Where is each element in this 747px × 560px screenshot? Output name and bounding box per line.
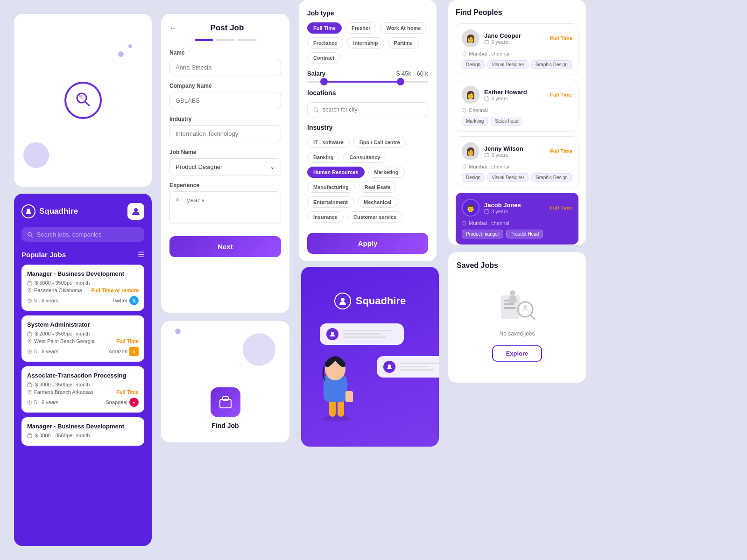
job-card-3[interactable]: Associate-Transaction Processing $ 3000 … — [21, 366, 144, 413]
search-logo-icon — [64, 82, 102, 119]
squadhire-app-panel: Squadhire Popular Jobs ☰ Manager - Busin… — [14, 194, 152, 546]
svg-rect-39 — [485, 154, 489, 157]
back-button[interactable]: ← — [169, 24, 177, 32]
job-card-2[interactable]: System Administrator $ 2000 - 3500per mo… — [21, 315, 144, 362]
deco-circle-1 — [118, 51, 124, 57]
progress-step-2 — [216, 39, 235, 41]
job-card-4[interactable]: Manager - Business Development $ 3000 - … — [21, 417, 144, 446]
find-peoples-title: Find Peoples — [456, 8, 578, 17]
svg-rect-46 — [509, 296, 516, 303]
job-card-3-location: Farmers Branch Arkansas — [34, 389, 93, 395]
tag-design-jenny: Design — [462, 173, 485, 182]
job-card-1-type: Full Time or remote — [91, 287, 139, 293]
post-job-header: ← Post Job — [169, 23, 281, 33]
tag-consultancy[interactable]: Consultancy — [343, 152, 386, 163]
svg-point-5 — [134, 208, 138, 212]
tag-mechanical[interactable]: Mechanical — [358, 196, 397, 208]
job-card-1-years: 5 - 6 years — [27, 298, 58, 303]
tag-fresher[interactable]: Fresher — [345, 22, 376, 34]
tag-human-resources[interactable]: Human Resources — [307, 167, 365, 178]
find-peoples-panel: Find Peoples 👩 Jane Cooper 3 years Full … — [448, 0, 586, 245]
tag-partime[interactable]: Partime — [388, 37, 419, 49]
job-card-2-title: System Administrator — [27, 321, 139, 328]
industry-input[interactable] — [169, 125, 281, 142]
chat-avatar-1 — [326, 328, 338, 340]
salary-section: Salary $ 45k - 60 k — [307, 70, 428, 83]
tag-internship[interactable]: Internship — [347, 37, 384, 49]
find-job-panel: Find Job — [161, 321, 289, 442]
tag-sales-head: Sales head — [491, 117, 522, 126]
name-input[interactable] — [169, 59, 281, 76]
squadhire-logo: Squadhire — [21, 204, 78, 218]
progress-step-3 — [238, 39, 256, 41]
experience-textarea[interactable] — [169, 191, 281, 224]
tag-banking[interactable]: Banking — [307, 152, 339, 163]
tag-contract[interactable]: Contract — [307, 52, 340, 63]
company-label: Company Name — [169, 83, 281, 89]
people-card-jenny[interactable]: 👩 Jenny Wilson 3 years Full Time Mumbai … — [456, 136, 578, 188]
people-card-jacob[interactable]: 👨 Jacob Jones 3 years Full Time Mumbai ,… — [456, 193, 578, 245]
job-card-1-title: Manager - Business Development — [27, 270, 139, 277]
job-filter-panel: Job type Full Time Fresher Work At home … — [299, 0, 437, 261]
job-card-3-type: Full Time — [116, 389, 139, 395]
filter-icon[interactable]: ☰ — [138, 250, 144, 259]
banner-logo: Squadhire — [334, 293, 406, 309]
chat-line-1 — [343, 330, 392, 331]
svg-line-1 — [85, 101, 89, 105]
job-card-2-years: 5 - 6 years — [27, 349, 58, 354]
company-input[interactable] — [169, 92, 281, 109]
job-name-select[interactable]: Product Designer ⌄ — [169, 158, 281, 175]
tag-real-estate[interactable]: Real Esate — [359, 182, 397, 193]
tag-freelance[interactable]: Freelance — [307, 37, 343, 49]
tag-work-at-home[interactable]: Work At home — [380, 22, 427, 34]
chat-line-3 — [343, 336, 387, 338]
slider-thumb-left[interactable] — [320, 78, 328, 85]
explore-button[interactable]: Explore — [492, 345, 543, 362]
no-saved-illustration: No saved jobs Explore — [492, 276, 543, 373]
banner-illustration — [301, 319, 439, 421]
svg-point-49 — [523, 305, 527, 309]
saved-jobs-panel: Saved Jobs No saved jobs Explore — [448, 252, 586, 383]
people-card-esther[interactable]: 👩 Esther Howard 3 years Full Time Chenna… — [456, 80, 578, 132]
squadhire-search-bar[interactable] — [21, 227, 144, 242]
chat-line-6 — [400, 369, 434, 371]
job-card-4-title: Manager - Business Development — [27, 423, 139, 430]
tag-entertainment[interactable]: Entertainment — [307, 196, 354, 208]
find-job-label: Find Job — [211, 422, 239, 429]
tag-marketing[interactable]: Marketing — [368, 167, 405, 178]
chat-bubble-1 — [320, 323, 404, 345]
apply-button[interactable]: Apply — [307, 233, 428, 254]
no-saved-svg — [496, 288, 538, 326]
tag-it-software[interactable]: IT - software — [307, 137, 350, 148]
tag-visual-designer: Visual Designer — [487, 60, 529, 69]
svg-rect-37 — [485, 41, 489, 44]
tag-manufacturing[interactable]: Manufacturing — [307, 182, 355, 193]
location-search-bar[interactable] — [307, 102, 428, 117]
salary-label: Salary — [307, 70, 325, 77]
people-card-jane[interactable]: 👩 Jane Cooper 3 years Full Time Mumbai ,… — [456, 23, 578, 75]
people-tags-jenny: Design Visual Designer Graphic Design — [462, 173, 572, 182]
job-card-2-salary: $ 2000 - 3500per month — [35, 331, 90, 336]
people-type-jenny: Full Time — [550, 148, 572, 154]
squadhire-search-input[interactable] — [37, 231, 139, 238]
next-button[interactable]: Next — [169, 236, 281, 257]
tag-fulltime[interactable]: Full Time — [307, 22, 342, 34]
tag-customer-service[interactable]: Customer service — [347, 211, 402, 223]
slider-thumb-right[interactable] — [397, 78, 404, 85]
job-card-1[interactable]: Manager - Business Development $ 3000 - … — [21, 265, 144, 311]
svg-rect-44 — [504, 307, 516, 309]
job-name-value: Product Designer — [176, 163, 222, 170]
salary-slider[interactable] — [307, 81, 428, 83]
tag-insurance[interactable]: Insurance — [307, 211, 344, 223]
svg-line-48 — [530, 315, 535, 319]
chat-line-5 — [400, 366, 429, 367]
deco-circle-2 — [128, 44, 132, 48]
tag-bpo[interactable]: Bpo / Call centre — [353, 137, 406, 148]
squadhire-avatar[interactable] — [127, 203, 144, 220]
snapdeal-icon: ● — [129, 398, 139, 407]
industry-tags: IT - software Bpo / Call centre Banking … — [307, 137, 428, 223]
location-input[interactable] — [323, 106, 422, 113]
chat-lines-1 — [343, 330, 397, 338]
avatar-jenny: 👩 — [462, 142, 479, 160]
banner-logo-text: Squadhire — [356, 295, 406, 307]
